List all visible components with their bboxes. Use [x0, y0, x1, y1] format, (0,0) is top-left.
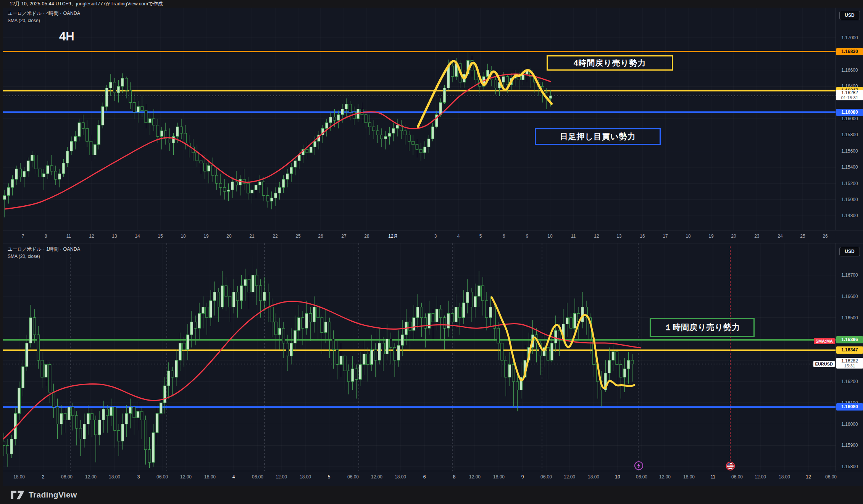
time-axis-label: 18:00	[300, 471, 311, 483]
time-axis-label: 3	[434, 230, 437, 242]
time-axis-label: 10	[547, 230, 552, 242]
chart-pane-1h[interactable]: １時間戻り売り勢力SMA:MAEURUSD	[3, 243, 836, 471]
candles-layer	[3, 256, 634, 468]
price-scale-1h[interactable]: 1.167001.166001.165001.164001.163001.162…	[836, 243, 863, 471]
chart-panel-4h: ユーロ／米ドル・4時間・OANDA SMA (20, close) 4H 4時間…	[3, 8, 863, 243]
time-axis-label: 24	[778, 230, 782, 242]
time-axis-label: 12:00	[564, 471, 575, 483]
price-axis-label: 1.16600	[836, 67, 863, 73]
grid-lines	[3, 243, 836, 471]
time-axis-label: 17	[663, 230, 668, 242]
time-axis-label: 06:00	[156, 471, 168, 483]
time-axis-label: 12	[594, 230, 599, 242]
price-level-tag: 1.16830	[836, 48, 863, 55]
time-axis-label: 6	[503, 230, 505, 242]
attribution-text: 12月 10, 2025 05:44 UTC+9、junglesurf777がT…	[10, 1, 163, 6]
time-axis-label: 10	[615, 471, 620, 483]
time-axis-label: 18:00	[493, 471, 505, 483]
time-axis-label: 25	[295, 230, 300, 242]
time-axis-label: 2	[42, 471, 45, 483]
plot-svg	[3, 243, 836, 471]
time-axis-label: 4	[232, 471, 235, 483]
time-axis-label: 20	[226, 230, 231, 242]
time-axis-label: 8	[45, 230, 47, 242]
time-axis-label: 11	[571, 230, 576, 242]
time-scale-1h[interactable]: 18:00206:0012:0018:00306:0012:0018:00406…	[3, 471, 863, 486]
current-price-tag: 1.1628201:15:31	[836, 90, 863, 100]
currency-button-4h[interactable]: USD	[839, 11, 860, 20]
time-axis-label: 4	[457, 230, 460, 242]
tradingview-logo-icon	[11, 491, 25, 499]
price-level-tag: 1.16080	[836, 403, 863, 411]
time-axis-label: 19	[708, 230, 713, 242]
price-axis-label: 1.15900	[836, 442, 863, 448]
currency-button-1h[interactable]: USD	[839, 247, 860, 256]
time-axis-label: 12:00	[276, 471, 287, 483]
price-axis-label: 1.16700	[836, 272, 863, 278]
time-axis-label: 18:00	[588, 471, 599, 483]
price-axis-label: 1.14800	[836, 213, 863, 219]
time-axis-label: 06:00	[347, 471, 359, 483]
us-flag-event-icon[interactable]	[726, 461, 735, 471]
series-tag: EURUSD	[813, 361, 835, 367]
time-axis-label: 18:00	[779, 471, 790, 483]
current-price-tag: 1.1628215:31	[836, 358, 863, 369]
legend-4h: ユーロ／米ドル・4時間・OANDA SMA (20, close)	[8, 10, 80, 23]
price-axis-label: 1.15600	[836, 148, 863, 154]
time-axis-label: 12:00	[659, 471, 671, 483]
sma-line	[5, 74, 551, 209]
annotation-box[interactable]: １時間戻り売り勢力	[650, 318, 755, 337]
time-axis-label: 5	[479, 230, 482, 242]
plot-svg	[3, 8, 836, 230]
time-axis-label: 27	[341, 230, 346, 242]
chart-panel-1h: ユーロ／米ドル・1時間・OANDA SMA (20, close) １時間戻り売…	[3, 243, 863, 486]
time-axis-label: 18:00	[395, 471, 406, 483]
price-axis-label: 1.16200	[836, 378, 863, 385]
symbol-title-4h: ユーロ／米ドル・4時間・OANDA	[8, 10, 80, 17]
time-scale-4h[interactable]: 78111213141518192021222526272812月3456910…	[3, 230, 863, 243]
time-axis-label: 18:00	[13, 471, 25, 483]
time-axis-label: 13	[112, 230, 117, 242]
time-axis-label: 18:00	[204, 471, 216, 483]
time-axis-label: 12:00	[755, 471, 766, 483]
chart-pane-4h[interactable]: 4時間戻り売り勢力日足押し目買い勢力	[3, 8, 836, 230]
time-axis-label: 12	[89, 230, 94, 242]
time-axis-label: 06:00	[731, 471, 743, 483]
annotation-box[interactable]: 4時間戻り売り勢力	[547, 55, 673, 71]
time-axis-label: 11	[66, 230, 71, 242]
symbol-title-1h: ユーロ／米ドル・1時間・OANDA	[8, 246, 80, 253]
price-level-tag: 1.16396	[836, 336, 863, 343]
legend-1h: ユーロ／米ドル・1時間・OANDA SMA (20, close)	[8, 246, 80, 259]
time-axis-label: 7	[22, 230, 24, 242]
time-axis-label: 18:00	[109, 471, 120, 483]
tradingview-logo[interactable]: TradingView	[11, 490, 77, 499]
grid-lines	[3, 8, 836, 230]
annotation-box[interactable]: 日足押し目買い勢力	[535, 128, 661, 145]
price-axis-label: 1.15800	[836, 464, 863, 470]
time-axis-label: 18	[686, 230, 690, 242]
price-axis-label: 1.15000	[836, 196, 863, 203]
price-scale-4h[interactable]: 1.170001.168001.166001.164001.160001.158…	[836, 8, 863, 230]
time-axis-label: 19	[203, 230, 208, 242]
price-axis-label: 1.15400	[836, 164, 863, 170]
price-axis-label: 1.15200	[836, 180, 863, 187]
time-axis-label: 11	[711, 471, 715, 483]
time-axis-label: 06:00	[540, 471, 552, 483]
time-axis-label: 9	[521, 471, 524, 483]
time-axis-label: 20	[731, 230, 736, 242]
time-axis-label: 06:00	[636, 471, 647, 483]
time-axis-label: 8	[453, 471, 456, 483]
time-axis-label: 9	[526, 230, 529, 242]
time-axis-label: 22	[273, 230, 277, 242]
lightning-event-icon[interactable]	[634, 461, 644, 470]
series-tag: SMA:MA	[814, 338, 835, 344]
time-axis-label: 12:00	[180, 471, 192, 483]
time-axis-label: 06:00	[252, 471, 263, 483]
time-axis-label: 21	[249, 230, 254, 242]
tradingview-logo-text: TradingView	[29, 490, 77, 499]
time-axis-label: 06:00	[61, 471, 73, 483]
indicator-label-4h: SMA (20, close)	[8, 18, 80, 23]
indicator-label-1h: SMA (20, close)	[8, 254, 80, 259]
time-axis-label: 12	[806, 471, 811, 483]
price-axis-label: 1.16500	[836, 315, 863, 321]
